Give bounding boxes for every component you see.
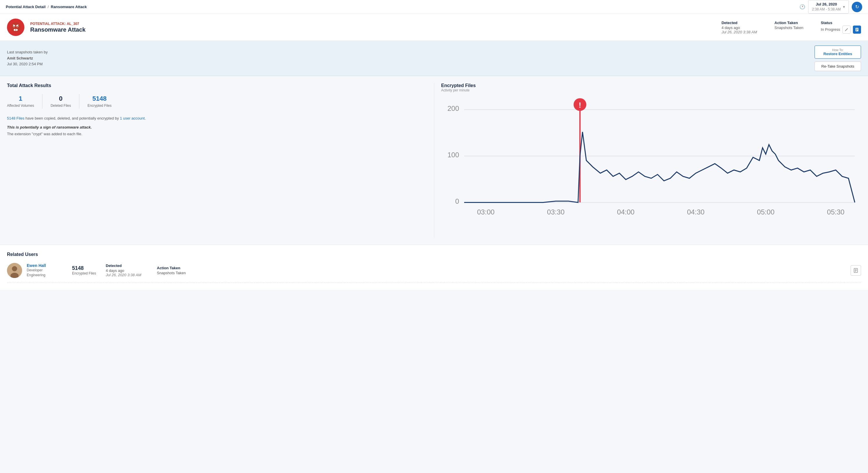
attack-name: Ransomware Attack (30, 26, 716, 33)
attack-info: POTENTIAL ATTACK: AL_307 Ransomware Atta… (30, 22, 716, 33)
svg-text:04:00: 04:00 (617, 208, 634, 216)
date-range-button[interactable]: Jul 26, 2020 2:38 AM - 5:38 AM ▾ (808, 0, 849, 14)
avatar (7, 263, 22, 278)
encrypted-files-chart: 200 100 0 03:00 03:30 04:00 04:30 05:00 … (441, 97, 861, 237)
encrypted-files-stat: 5148 Encrypted Files (79, 95, 120, 108)
attack-header: $ POTENTIAL ATTACK: AL_307 Ransomware At… (0, 14, 868, 41)
deleted-files-stat: 0 Deleted Files (42, 95, 79, 108)
svg-text:0: 0 (455, 197, 459, 205)
snapshot-taken-by: Last snapshots taken by Amit Schwartz Ju… (7, 49, 48, 67)
clock-icon: 🕐 (800, 4, 805, 9)
status-block: Status In Progress (821, 21, 861, 34)
svg-text:$: $ (15, 29, 16, 31)
how-to-restore-button[interactable]: How To: Restore Entities (814, 45, 861, 59)
user-info: Ewen Hall Developer Engineering (27, 263, 67, 278)
user-account-link[interactable]: 1 user account (120, 116, 145, 121)
right-panel: Encrypted Files Activity per minute 200 … (434, 83, 861, 238)
svg-point-29 (12, 266, 17, 271)
svg-point-4 (17, 26, 18, 27)
svg-point-3 (13, 26, 14, 27)
refresh-button[interactable]: ↻ (852, 2, 862, 12)
top-bar-right: 🕐 Jul 26, 2020 2:38 AM - 5:38 AM ▾ ↻ (800, 0, 862, 14)
chart-title: Encrypted Files (441, 83, 861, 88)
table-row: Ewen Hall Developer Engineering 5148 Enc… (7, 263, 861, 283)
svg-text:03:30: 03:30 (547, 208, 564, 216)
date-text: Jul 26, 2020 2:38 AM - 5:38 AM (812, 2, 841, 12)
detected-block: Detected 4 days ago Jul 26, 2020 3:38 AM (721, 21, 757, 34)
chevron-down-icon: ▾ (843, 5, 845, 9)
attack-meta: Detected 4 days ago Jul 26, 2020 3:38 AM… (721, 21, 861, 34)
attack-icon: $ (7, 19, 24, 36)
breadcrumb: Potential Attack Detail / Ransomware Att… (6, 5, 87, 9)
user-action-taken: Action Taken Snapshots Taken (157, 266, 203, 275)
related-users-title: Related Users (7, 252, 861, 257)
chart-container: 200 100 0 03:00 03:30 04:00 04:30 05:00 … (441, 97, 861, 238)
left-panel: Total Attack Results 1 Affected Volumes … (7, 83, 434, 238)
snapshot-info: Last snapshots taken by Amit Schwartz Ju… (7, 49, 48, 67)
attack-results-title: Total Attack Results (7, 83, 427, 88)
user-actions-right (850, 265, 861, 276)
main-content: Total Attack Results 1 Affected Volumes … (0, 76, 868, 245)
attack-label: POTENTIAL ATTACK: AL_307 (30, 22, 716, 26)
user-notes-button[interactable] (850, 265, 861, 276)
affected-volumes-stat: 1 Affected Volumes (7, 95, 42, 108)
top-bar: Potential Attack Detail / Ransomware Att… (0, 0, 868, 14)
attack-description: 5148 Files have been copied, deleted, an… (7, 115, 427, 122)
retake-snapshots-button[interactable]: Re-Take Snapshots (814, 62, 861, 71)
ransomware-warning: This is potentially a sign of ransomware… (7, 125, 427, 129)
extension-note: The extension "crypt" was added to each … (7, 132, 427, 136)
user-encrypted-files: 5148 Encrypted Files (72, 265, 101, 275)
refresh-icon: ↻ (855, 4, 859, 9)
svg-text:03:00: 03:00 (477, 208, 494, 216)
snapshot-banner: Last snapshots taken by Amit Schwartz Ju… (0, 41, 868, 76)
chart-subtitle: Activity per minute (441, 88, 861, 92)
action-taken-block: Action Taken Snapshots Taken (774, 21, 804, 30)
svg-text:200: 200 (447, 104, 459, 112)
notes-button[interactable] (853, 26, 861, 34)
svg-text:04:30: 04:30 (687, 208, 704, 216)
svg-text:05:00: 05:00 (757, 208, 774, 216)
related-users-section: Related Users Ewen Hall Developer Engine… (0, 245, 868, 290)
stats-row: 1 Affected Volumes 0 Deleted Files 5148 … (7, 94, 427, 108)
user-detected: Detected 4 days ago Jul 26, 2020 3:38 AM (106, 264, 152, 277)
edit-button[interactable] (842, 26, 850, 34)
files-link[interactable]: 5148 Files (7, 116, 24, 121)
svg-text:05:30: 05:30 (827, 208, 844, 216)
svg-text:!: ! (579, 101, 581, 109)
snapshot-actions: How To: Restore Entities Re-Take Snapsho… (814, 45, 861, 71)
svg-text:100: 100 (447, 151, 459, 159)
status-row: In Progress (821, 26, 861, 34)
